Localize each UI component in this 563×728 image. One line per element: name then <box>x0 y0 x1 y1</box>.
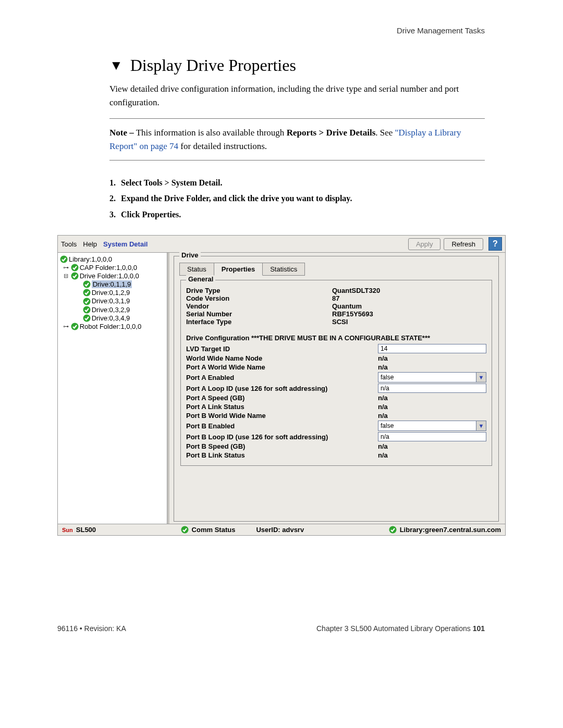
tree-drive-0[interactable]: Drive:0,1,1,9 <box>60 280 165 288</box>
tree-drive-folder[interactable]: ⊟ Drive Folder:1,0,0,0 <box>60 272 165 280</box>
intro-text: View detailed drive configuration inform… <box>109 82 485 109</box>
tabs: Status Properties Statistics <box>179 263 493 276</box>
svg-point-5 <box>83 298 90 305</box>
k-pb-link: Port B Link Status <box>186 451 378 459</box>
tab-properties[interactable]: Properties <box>214 263 263 276</box>
k-pb-speed: Port B Speed (GB) <box>186 442 378 450</box>
svg-point-1 <box>71 264 78 272</box>
svg-point-10 <box>389 526 396 534</box>
check-icon <box>71 323 79 330</box>
input-port-b-loop-id[interactable] <box>378 432 486 441</box>
v-pb-wwn: n/a <box>378 412 388 419</box>
note-block: Note – This information is also availabl… <box>109 126 485 153</box>
tree-drive-4[interactable]: Drive:0,3,4,9 <box>60 314 165 322</box>
footer-left: 96116 • Revision: KA <box>57 624 126 633</box>
check-icon <box>83 314 91 322</box>
tab-status[interactable]: Status <box>179 263 214 276</box>
v-pb-link: n/a <box>378 451 388 459</box>
v-pb-speed: n/a <box>378 442 388 450</box>
note-after: for detailed instructions. <box>178 141 267 151</box>
app-screenshot: Tools Help System Detail Apply Refresh ?… <box>57 235 506 536</box>
comm-status: Comm Status <box>181 526 236 534</box>
page-footer: 96116 • Revision: KA Chapter 3 SL500 Aut… <box>57 624 485 633</box>
step-3: Click Properties. <box>121 207 181 223</box>
v-iface: SCSI <box>332 318 348 326</box>
k-pb-enabled: Port B Enabled <box>186 422 378 430</box>
brand: Sun SL500 <box>62 526 96 534</box>
check-icon <box>83 298 91 305</box>
svg-point-3 <box>83 281 90 288</box>
tree-drive-1[interactable]: Drive:0,1,2,9 <box>60 288 165 297</box>
input-lvd-target-id[interactable] <box>378 344 486 353</box>
menu-help[interactable]: Help <box>83 240 97 248</box>
note-see: . See <box>375 128 395 138</box>
k-drive-type: Drive Type <box>186 287 332 294</box>
tree-root[interactable]: Library:1,0,0,0 <box>60 255 165 263</box>
v-pa-link: n/a <box>378 403 388 411</box>
v-serial: RBF15Y5693 <box>332 310 373 318</box>
input-port-a-loop-id[interactable] <box>378 384 486 393</box>
check-icon <box>71 272 79 280</box>
k-wwn-node: World Wide Name Node <box>186 354 378 362</box>
check-icon <box>83 280 91 288</box>
v-drive-type: QuantSDLT320 <box>332 287 380 294</box>
drive-config-title: Drive Configuration ***THE DRIVE MUST BE… <box>186 334 486 342</box>
step-1: Select Tools > System Detail. <box>121 175 222 191</box>
svg-point-8 <box>71 323 78 330</box>
note-pre: This information is also available throu… <box>134 128 287 138</box>
k-pa-loop: Port A Loop ID (use 126 for soft address… <box>186 385 378 392</box>
v-pa-wwn: n/a <box>378 363 388 371</box>
dropdown-port-a-enabled[interactable]: false▼ <box>378 372 486 382</box>
step-2: Expand the Drive Folder, and click the d… <box>121 191 352 206</box>
tree-robot-folder[interactable]: ⊶ Robot Folder:1,0,0,0 <box>60 322 165 330</box>
divider <box>109 118 485 119</box>
page-number: 101 <box>473 624 485 633</box>
svg-point-7 <box>83 314 90 322</box>
tree-drive-2[interactable]: Drive:0,3,1,9 <box>60 297 165 305</box>
help-icon[interactable]: ? <box>488 237 502 251</box>
statusbar: Sun SL500 Comm Status UserID: advsrv Lib… <box>58 524 505 535</box>
tree-drive-3[interactable]: Drive:0,3,2,9 <box>60 305 165 314</box>
chevron-down-icon: ▼ <box>476 421 486 430</box>
k-lvd: LVD Target ID <box>186 345 378 353</box>
k-pa-wwn: Port A World Wide Name <box>186 363 378 371</box>
svg-point-6 <box>83 306 90 313</box>
check-icon <box>83 289 91 297</box>
v-pa-speed: n/a <box>378 394 388 402</box>
brand-model: SL500 <box>76 526 96 534</box>
footer-right: Chapter 3 SL500 Automated Library Operat… <box>316 624 485 633</box>
note-label: Note – <box>109 128 134 138</box>
dropdown-port-b-enabled[interactable]: false▼ <box>378 421 486 431</box>
check-icon <box>181 526 189 534</box>
k-pa-link: Port A Link Status <box>186 403 378 411</box>
chevron-down-icon: ▼ <box>476 373 486 382</box>
v-wwn-node: n/a <box>378 354 388 362</box>
menu-system-detail[interactable]: System Detail <box>103 240 148 248</box>
tab-statistics[interactable]: Statistics <box>262 263 305 276</box>
svg-point-4 <box>83 289 90 297</box>
check-icon <box>60 255 68 263</box>
check-icon <box>83 306 91 314</box>
page-title: Display Drive Properties <box>130 56 296 75</box>
sun-logo-icon: Sun <box>62 527 73 533</box>
k-vendor: Vendor <box>186 302 332 310</box>
k-code-version: Code Version <box>186 294 332 302</box>
v-code-version: 87 <box>332 294 339 302</box>
note-path: Reports > Drive Details <box>287 128 376 138</box>
steps-list: 1.Select Tools > System Detail. 2.Expand… <box>109 175 485 223</box>
drive-legend: Drive <box>179 251 201 259</box>
k-pb-loop: Port B Loop ID (use 126 for soft address… <box>186 433 378 441</box>
detail-pane: Drive Status Properties Statistics Gener… <box>167 253 505 524</box>
k-pb-wwn: Port B World Wide Name <box>186 412 378 419</box>
refresh-button[interactable]: Refresh <box>444 238 483 250</box>
apply-button[interactable]: Apply <box>408 238 441 250</box>
k-iface: Interface Type <box>186 318 332 326</box>
general-legend: General <box>186 275 215 283</box>
v-vendor: Quantum <box>332 302 362 310</box>
user-id: UserID: advsrv <box>256 526 304 534</box>
menu-tools[interactable]: Tools <box>61 240 77 248</box>
tree-cap-folder[interactable]: ⊶ CAP Folder:1,0,0,0 <box>60 263 165 272</box>
k-serial: Serial Number <box>186 310 332 318</box>
k-pa-speed: Port A Speed (GB) <box>186 394 378 402</box>
tree-pane: Library:1,0,0,0 ⊶ CAP Folder:1,0,0,0 ⊟ D… <box>58 253 167 524</box>
